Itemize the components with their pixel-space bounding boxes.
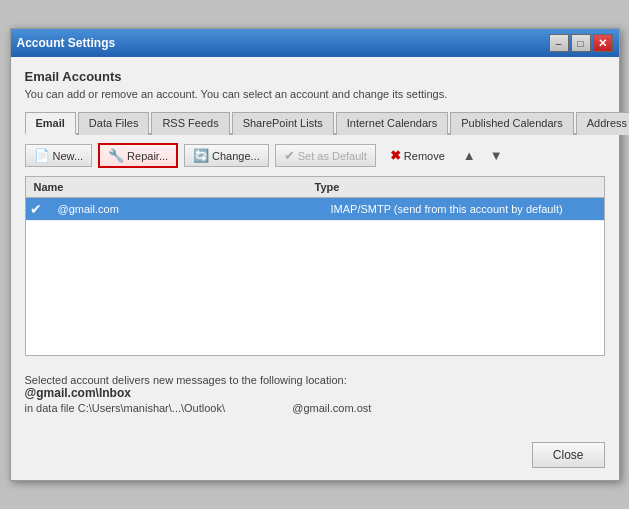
tab-address-books[interactable]: Address Books [576, 112, 629, 135]
maximize-button[interactable]: □ [571, 34, 591, 52]
tab-bar: Email Data Files RSS Feeds SharePoint Li… [25, 110, 605, 135]
tab-published-calendars[interactable]: Published Calendars [450, 112, 574, 135]
change-button[interactable]: 🔄 Change... [184, 144, 269, 167]
window-close-button[interactable]: ✕ [593, 34, 613, 52]
bottom-buttons: Close [11, 434, 619, 480]
tab-rss-feeds[interactable]: RSS Feeds [151, 112, 229, 135]
new-label: New... [53, 150, 84, 162]
minimize-button[interactable]: – [549, 34, 569, 52]
footer-path-text: in data file C:\Users\manishar\...\Outlo… [25, 402, 226, 414]
account-toolbar: 📄 New... 🔧 Repair... 🔄 Change... ✔ Set a… [25, 143, 605, 168]
tab-sharepoint-lists[interactable]: SharePoint Lists [232, 112, 334, 135]
table-row[interactable]: ✔ @gmail.com IMAP/SMTP (send from this a… [26, 198, 604, 221]
set-default-icon: ✔ [284, 148, 295, 163]
remove-button[interactable]: ✖ Remove [382, 145, 453, 166]
title-bar: Account Settings – □ ✕ [11, 29, 619, 57]
remove-icon: ✖ [390, 148, 401, 163]
tab-internet-calendars[interactable]: Internet Calendars [336, 112, 449, 135]
window-title: Account Settings [17, 36, 116, 50]
account-table: Name Type ✔ @gmail.com IMAP/SMTP (send f… [25, 176, 605, 356]
section-title: Email Accounts [25, 69, 605, 84]
move-down-button[interactable]: ▼ [486, 146, 507, 165]
account-name: @gmail.com [54, 203, 327, 215]
set-default-button[interactable]: ✔ Set as Default [275, 144, 376, 167]
close-button[interactable]: Close [532, 442, 605, 468]
account-type: IMAP/SMTP (send from this account by def… [327, 203, 600, 215]
table-header: Name Type [26, 177, 604, 198]
footer-ost-text: @gmail.com.ost [292, 402, 371, 414]
repair-label: Repair... [127, 150, 168, 162]
account-settings-dialog: Account Settings – □ ✕ Email Accounts Yo… [10, 28, 620, 481]
footer-path: in data file C:\Users\manishar\...\Outlo… [25, 402, 605, 414]
footer-info: Selected account delivers new messages t… [25, 366, 605, 422]
tab-email[interactable]: Email [25, 112, 76, 135]
tab-data-files[interactable]: Data Files [78, 112, 150, 135]
move-up-button[interactable]: ▲ [459, 146, 480, 165]
new-icon: 📄 [34, 148, 50, 163]
repair-button[interactable]: 🔧 Repair... [98, 143, 178, 168]
column-type: Type [315, 181, 596, 193]
account-check-icon: ✔ [30, 201, 54, 217]
footer-location: @gmail.com\Inbox [25, 386, 605, 400]
footer-info-text: Selected account delivers new messages t… [25, 374, 605, 386]
dialog-body: Email Accounts You can add or remove an … [11, 57, 619, 434]
repair-icon: 🔧 [108, 148, 124, 163]
title-bar-buttons: – □ ✕ [549, 34, 613, 52]
section-description: You can add or remove an account. You ca… [25, 88, 605, 100]
change-label: Change... [212, 150, 260, 162]
new-button[interactable]: 📄 New... [25, 144, 93, 167]
column-name: Name [34, 181, 315, 193]
remove-label: Remove [404, 150, 445, 162]
set-default-label: Set as Default [298, 150, 367, 162]
change-icon: 🔄 [193, 148, 209, 163]
